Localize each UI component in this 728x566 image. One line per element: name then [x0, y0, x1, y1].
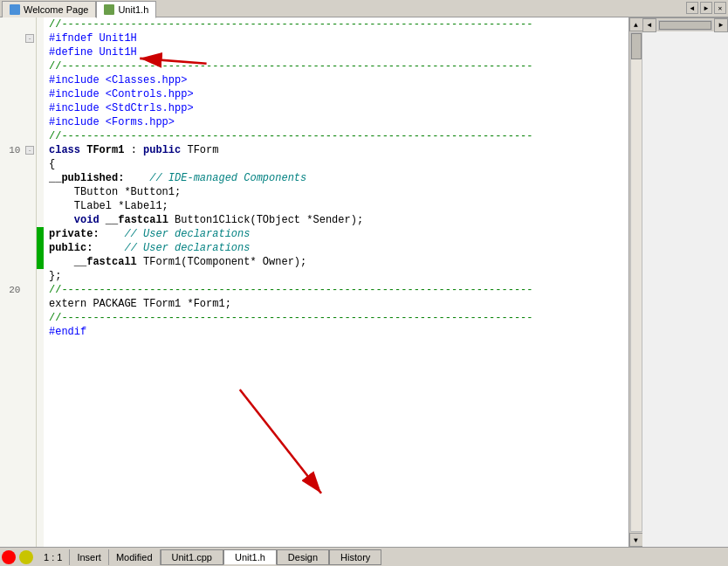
- gutter-row: [0, 129, 36, 143]
- status-tab-design[interactable]: Design: [277, 549, 329, 565]
- scroll-down-button[interactable]: ▼: [629, 533, 643, 547]
- scroll-up-button[interactable]: ▲: [629, 17, 643, 31]
- welcome-icon: [10, 4, 20, 15]
- code-line-16: private: // User declarations: [44, 227, 628, 241]
- code-line-9: //--------------------------------------…: [44, 129, 628, 143]
- code-editor[interactable]: //--------------------------------------…: [44, 17, 628, 547]
- code-line-18: __fastcall TForm1(TComponent* Owner);: [44, 255, 628, 269]
- code-line-4: //--------------------------------------…: [44, 59, 628, 73]
- scroll-right-button[interactable]: ►: [714, 18, 728, 32]
- gutter-row: [0, 87, 36, 101]
- header-icon: [104, 4, 114, 15]
- gutter-row: [0, 101, 36, 115]
- tab-close-button[interactable]: ✕: [714, 2, 726, 14]
- gutter-row: [0, 185, 36, 199]
- tab-controls: ◄ ► ✕: [686, 2, 726, 14]
- code-line-5: #include <Classes.hpp>: [44, 73, 628, 87]
- gutter-row: [0, 17, 36, 31]
- gutter-row: [0, 157, 36, 171]
- code-line-22: //--------------------------------------…: [44, 311, 628, 325]
- status-tab-unit1cpp[interactable]: Unit1.cpp: [161, 549, 223, 565]
- gutter-row: [0, 255, 36, 269]
- warning-indicator: [19, 550, 33, 564]
- gutter-row: -: [0, 31, 36, 45]
- cursor-position: 1 : 1: [37, 549, 70, 565]
- tab-prev-button[interactable]: ◄: [686, 2, 698, 14]
- gutter-row: [0, 297, 36, 311]
- gutter-row: 10 -: [0, 143, 36, 157]
- green-marker: [37, 241, 44, 255]
- gutter-row: [0, 227, 36, 241]
- code-line-10: class TForm1 : public TForm: [44, 143, 628, 157]
- gutter-row: [0, 45, 36, 59]
- code-line-14: TLabel *Label1;: [44, 199, 628, 213]
- code-line-17: public: // User declarations: [44, 241, 628, 255]
- code-line-12: __published: // IDE-managed Components: [44, 171, 628, 185]
- code-lines: //--------------------------------------…: [44, 17, 628, 339]
- gutter-row: [0, 115, 36, 129]
- status-tab-unit1h[interactable]: Unit1.h: [223, 549, 277, 565]
- gutter-row: [0, 59, 36, 73]
- green-marker: [37, 255, 44, 269]
- code-line-15: void __fastcall Button1Click(TObject *Se…: [44, 213, 628, 227]
- code-line-8: #include <Forms.hpp>: [44, 115, 628, 129]
- gutter-row: [0, 73, 36, 87]
- gutter-row: [0, 325, 36, 339]
- horizontal-scrollbar[interactable]: ◄ ►: [642, 17, 728, 31]
- code-line-6: #include <Controls.hpp>: [44, 87, 628, 101]
- code-line-13: TButton *Button1;: [44, 185, 628, 199]
- green-marker: [37, 227, 44, 241]
- gutter-row: [0, 311, 36, 325]
- status-tab-history[interactable]: History: [329, 549, 381, 565]
- error-indicator: [2, 550, 16, 564]
- gutter-row: 20: [0, 283, 36, 297]
- code-line-1: //--------------------------------------…: [44, 17, 628, 31]
- gutter-row: [0, 171, 36, 185]
- tab-next-button[interactable]: ►: [700, 2, 712, 14]
- tab-welcome-label: Welcome Page: [24, 4, 88, 15]
- scroll-left-button[interactable]: ◄: [642, 18, 656, 32]
- marker-column: [37, 17, 44, 547]
- h-scroll-thumb[interactable]: [659, 21, 711, 30]
- h-scroll-track[interactable]: [658, 20, 712, 31]
- tab-unit1h-label: Unit1.h: [118, 4, 148, 15]
- svg-line-2: [240, 390, 321, 494]
- scroll-track[interactable]: [630, 32, 642, 532]
- code-line-21: extern PACKAGE TForm1 *Form1;: [44, 297, 628, 311]
- edit-mode: Insert: [70, 549, 109, 565]
- code-line-20: //--------------------------------------…: [44, 283, 628, 297]
- code-line-23: #endif: [44, 325, 628, 339]
- file-state: Modified: [109, 549, 161, 565]
- code-line-7: #include <StdCtrls.hpp>: [44, 101, 628, 115]
- editor-container: -: [0, 17, 642, 547]
- scroll-thumb[interactable]: [631, 33, 642, 59]
- line-gutter: -: [0, 17, 37, 547]
- code-line-19: };: [44, 269, 628, 283]
- code-line-11: {: [44, 157, 628, 171]
- tab-bar: Welcome Page Unit1.h ◄ ► ✕: [0, 0, 728, 17]
- gutter-row: [0, 199, 36, 213]
- gutter-row: [0, 241, 36, 255]
- editor-wrapper: -: [0, 17, 728, 547]
- vertical-scrollbar[interactable]: ▲ ▼: [628, 17, 642, 547]
- gutter-row: [0, 213, 36, 227]
- code-line-2: #ifndef Unit1H: [44, 31, 628, 45]
- tab-welcome[interactable]: Welcome Page: [2, 1, 96, 18]
- tab-unit1h[interactable]: Unit1.h: [96, 1, 156, 18]
- status-bar: 1 : 1 Insert Modified Unit1.cpp Unit1.h …: [0, 547, 728, 566]
- code-line-3: #define Unit1H: [44, 45, 628, 59]
- gutter-row: [0, 269, 36, 283]
